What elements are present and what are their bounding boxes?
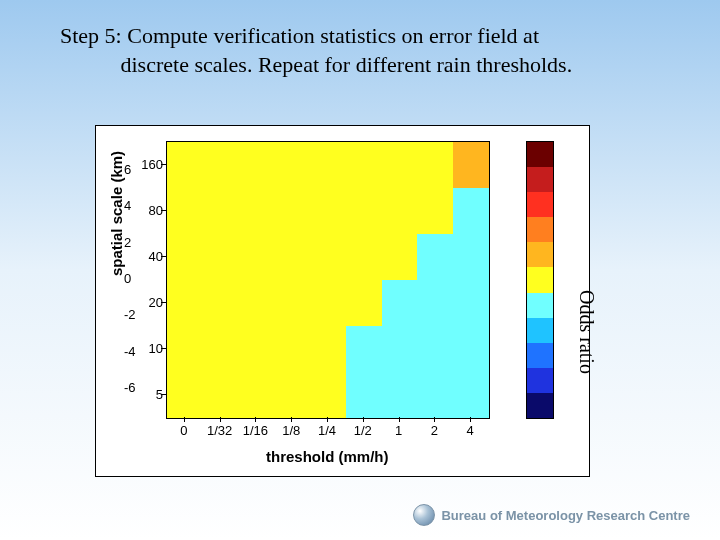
chart-figure: spatial scale (km) threshold (mm/h) 1608… [95,125,590,477]
title-line-2: discrete scales. Repeat for different ra… [121,52,573,77]
colorbar-side-label: Odds ratio [575,290,598,374]
colorbar-tick: 6 [124,162,583,177]
x-tick: 1/16 [243,423,268,438]
footer: Bureau of Meteorology Research Centre [413,504,690,526]
x-tick: 1/2 [354,423,372,438]
x-tick: 4 [466,423,473,438]
colorbar-tick: -4 [124,344,583,359]
x-tick: 1/4 [318,423,336,438]
x-tick: 1 [395,423,402,438]
x-tick: 2 [431,423,438,438]
colorbar-segment [527,393,553,418]
colorbar-tick: 0 [124,271,583,286]
title-line-1: Step 5: Compute verification statistics … [60,23,539,48]
colorbar-tick: 2 [124,235,583,250]
bom-logo-icon [413,504,435,526]
colorbar-tick: -6 [124,380,583,395]
slide-title: Step 5: Compute verification statistics … [60,22,680,79]
footer-text: Bureau of Meteorology Research Centre [441,508,690,523]
x-tick: 1/32 [207,423,232,438]
x-tick: 0 [180,423,187,438]
colorbar-tick: -2 [124,307,583,322]
y-axis-label: spatial scale (km) [108,151,125,276]
colorbar-tick: 4 [124,198,583,213]
x-axis-label: threshold (mm/h) [266,448,389,465]
x-tick: 1/8 [282,423,300,438]
y-tick: 40 [133,249,163,264]
